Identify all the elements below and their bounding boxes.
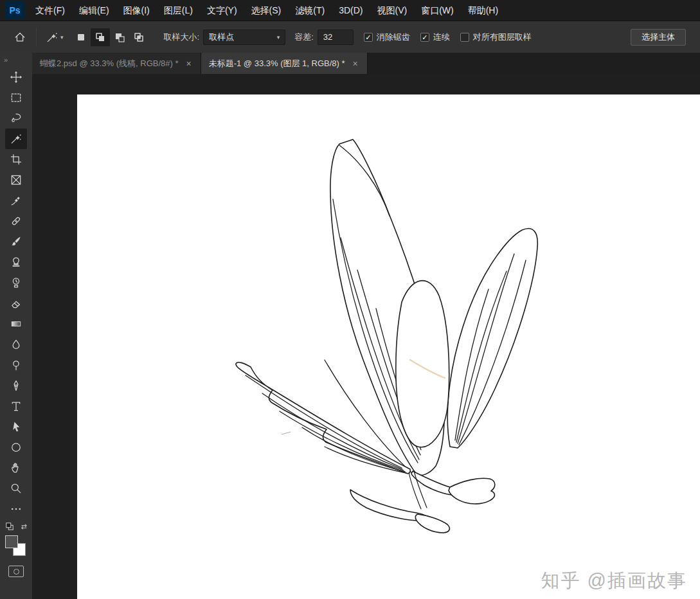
crop-icon [10, 153, 22, 166]
eraser-icon [10, 297, 22, 310]
move-icon [10, 71, 22, 84]
menu-window[interactable]: 窗口(W) [414, 0, 461, 21]
divider [36, 28, 37, 47]
path-selection-tool[interactable] [5, 416, 27, 437]
eraser-tool[interactable] [5, 293, 27, 314]
menu-help[interactable]: 帮助(H) [461, 0, 505, 21]
document-tab-untitled-1[interactable]: 未标题-1 @ 33.3% (图层 1, RGB/8) * × [201, 53, 368, 74]
sample-all-layers-label: 对所有图层取样 [473, 31, 532, 43]
pen-tool[interactable] [5, 375, 27, 396]
collapse-panel-button[interactable]: » [0, 53, 32, 67]
select-subject-button[interactable]: 选择主体 [631, 29, 686, 46]
watermark: 知乎 @插画故事 [541, 568, 688, 594]
sample-all-layers-checkbox[interactable] [460, 33, 469, 42]
menu-bar: Ps 文件(F) 编辑(E) 图像(I) 图层(L) 文字(Y) 选择(S) 滤… [0, 0, 700, 21]
brush-icon [10, 235, 22, 248]
magic-wand-icon [10, 132, 22, 145]
history-brush-tool[interactable] [5, 273, 27, 293]
menu-filter[interactable]: 滤镜(T) [288, 0, 332, 21]
tool-panel: » [0, 53, 32, 599]
quick-mask-button[interactable] [8, 566, 24, 577]
menu-view[interactable]: 视图(V) [370, 0, 414, 21]
color-utility-row: ⇄ [5, 522, 26, 531]
photoshop-window: Ps 文件(F) 编辑(E) 图像(I) 图层(L) 文字(Y) 选择(S) 滤… [0, 0, 700, 599]
sample-all-layers-checkbox-group[interactable]: 对所有图层取样 [460, 31, 532, 43]
tolerance-label: 容差: [294, 31, 314, 43]
history-brush-icon [10, 276, 22, 289]
add-to-selection-button[interactable] [91, 28, 110, 46]
anti-alias-checkbox-group[interactable]: 消除锯齿 [364, 31, 410, 43]
hand-icon [10, 461, 22, 474]
crop-tool[interactable] [5, 149, 27, 170]
sample-size-label: 取样大小: [164, 31, 200, 43]
ps-logo-icon[interactable]: Ps [5, 1, 24, 19]
spot-healing-brush-tool[interactable] [5, 211, 27, 231]
document-tab-bar: 蝴蝶2.psd @ 33.3% (线稿, RGB/8#) * × 未标题-1 @… [32, 53, 700, 74]
subtract-from-selection-button[interactable] [110, 28, 129, 46]
new-selection-icon [76, 32, 86, 42]
subtract-from-selection-icon [114, 32, 125, 42]
eyedropper-tool[interactable] [5, 190, 27, 211]
chevron-down-icon: ▾ [277, 34, 280, 40]
ellipse-icon [10, 441, 22, 454]
ellipsis-icon [10, 503, 22, 515]
anti-alias-checkbox[interactable] [364, 33, 373, 42]
ellipse-tool[interactable] [5, 437, 27, 458]
magic-wand-tool[interactable] [5, 129, 27, 149]
intersect-selection-button[interactable] [129, 28, 148, 46]
menu-layer[interactable]: 图层(L) [157, 0, 200, 21]
gradient-tool[interactable] [5, 314, 27, 334]
foreground-color-swatch[interactable] [5, 535, 18, 548]
brush-tool[interactable] [5, 231, 27, 252]
menu-3d[interactable]: 3D(D) [332, 0, 370, 21]
tolerance-input[interactable] [318, 30, 354, 45]
blur-drop-icon [10, 338, 22, 351]
document-tab-butterfly2[interactable]: 蝴蝶2.psd @ 33.3% (线稿, RGB/8#) * × [32, 53, 201, 74]
chevron-down-icon: ▾ [60, 34, 64, 40]
new-selection-button[interactable] [71, 28, 91, 46]
swap-colors-icon[interactable]: ⇄ [21, 523, 26, 531]
type-icon [10, 400, 22, 413]
pen-icon [10, 379, 22, 392]
zoom-icon [10, 482, 22, 495]
type-tool[interactable] [5, 396, 27, 416]
default-colors-icon[interactable] [5, 522, 14, 531]
menu-file[interactable]: 文件(F) [28, 0, 72, 21]
lasso-icon [10, 112, 22, 125]
menu-type[interactable]: 文字(Y) [200, 0, 244, 21]
clone-stamp-tool[interactable] [5, 252, 27, 273]
contiguous-checkbox[interactable] [420, 33, 429, 42]
close-icon[interactable]: × [352, 58, 359, 69]
home-icon [13, 31, 26, 44]
close-icon[interactable]: × [185, 58, 193, 69]
contiguous-checkbox-group[interactable]: 连续 [420, 31, 450, 43]
add-to-selection-icon [95, 32, 105, 42]
blur-tool[interactable] [5, 334, 27, 355]
rectangular-marquee-tool[interactable] [5, 87, 27, 108]
menu-select[interactable]: 选择(S) [244, 0, 289, 21]
menu-image[interactable]: 图像(I) [116, 0, 157, 21]
frame-tool[interactable] [5, 170, 27, 190]
move-tool[interactable] [5, 67, 27, 87]
hand-tool[interactable] [5, 458, 27, 478]
quick-mask-icon [13, 569, 19, 575]
home-button[interactable] [9, 26, 31, 48]
menu-edit[interactable]: 编辑(E) [72, 0, 116, 21]
zoom-tool[interactable] [5, 478, 27, 499]
intersect-selection-icon [134, 32, 144, 42]
canvas[interactable]: 知乎 @插画故事 [77, 94, 700, 599]
magic-wand-icon [46, 31, 58, 44]
tool-preset-picker[interactable]: ▾ [42, 28, 67, 46]
gradient-icon [10, 317, 22, 330]
sample-size-dropdown[interactable]: 取样点 ▾ [203, 30, 285, 45]
selection-arrow-icon [10, 420, 22, 433]
selection-mode-group [71, 28, 148, 46]
tab-title: 未标题-1 @ 33.3% (图层 1, RGB/8) * [209, 58, 345, 69]
clone-stamp-icon [10, 256, 22, 269]
dodge-tool[interactable] [5, 355, 27, 375]
color-swatches [4, 535, 28, 558]
edit-toolbar[interactable] [5, 499, 27, 519]
anti-alias-label: 消除锯齿 [377, 31, 410, 43]
options-bar: ▾ [0, 21, 700, 53]
lasso-tool[interactable] [5, 108, 27, 129]
